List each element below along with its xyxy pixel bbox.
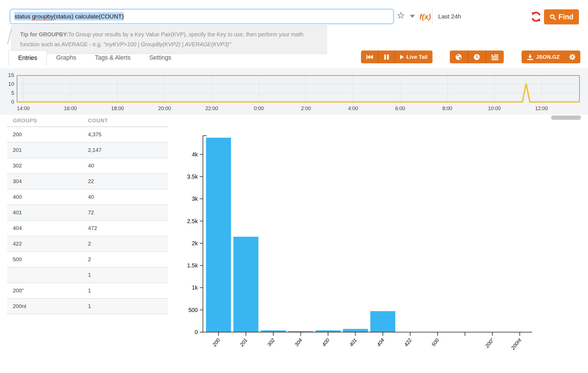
table-row[interactable]: 404472 xyxy=(7,221,168,236)
svg-text:302: 302 xyxy=(266,337,276,347)
timeline-y-tick-label: 15 xyxy=(0,72,14,78)
group-cell: 400 xyxy=(7,194,88,200)
rewind-icon xyxy=(366,54,373,60)
download-icon xyxy=(526,54,534,60)
timeline-x-tick-label: 12:00 xyxy=(529,106,554,112)
svg-text:500: 500 xyxy=(430,337,440,347)
svg-text:4k: 4k xyxy=(192,151,198,158)
table-row[interactable]: 2012,147 xyxy=(7,143,168,158)
count-cell: 2,147 xyxy=(88,147,168,153)
table-row[interactable]: 5002 xyxy=(7,252,168,267)
live-tail-button[interactable]: Live Tail xyxy=(395,51,432,63)
view-button-group xyxy=(450,51,504,63)
live-tail-label: Live Tail xyxy=(406,54,428,60)
group-cell: 422 xyxy=(7,241,88,247)
export-button-group: JSON.GZ xyxy=(522,51,580,63)
timeline-y-tick-label: 10 xyxy=(0,81,14,87)
find-button[interactable]: Find xyxy=(544,9,579,24)
tab-bar: Entries Graphs Tags & Alerts Settings xyxy=(9,50,181,65)
find-button-label: Find xyxy=(558,13,574,21)
globe-icon xyxy=(455,53,463,61)
column-header-count: COUNT xyxy=(88,118,168,124)
table-row[interactable]: 40040 xyxy=(7,189,168,205)
count-cell: 2 xyxy=(88,256,168,263)
download-json-button[interactable]: JSON.GZ xyxy=(522,51,564,63)
timeline-x-tick-label: 22:00 xyxy=(199,106,224,112)
clock-icon xyxy=(473,53,481,61)
group-cell: 200 xyxy=(7,131,88,138)
timeline-scrollbar-thumb[interactable] xyxy=(551,116,581,120)
table-row[interactable]: 30240 xyxy=(7,158,168,174)
tip-example: "myKVP>100 | GroupBy(KVP2) | AVERAGE(KVP… xyxy=(103,41,231,47)
query-misspelled-word: groupby xyxy=(32,13,54,20)
timeline-x-tick-label: 10:00 xyxy=(482,106,507,112)
svg-text:422: 422 xyxy=(403,337,413,347)
timeline-x-tick-label: 6:00 xyxy=(387,106,413,112)
query-input[interactable]: status groupby(status) calculate(COUNT) xyxy=(10,9,394,24)
table-row[interactable]: 30422 xyxy=(7,174,168,189)
count-cell: 4,375 xyxy=(88,131,168,138)
svg-text:3.5k: 3.5k xyxy=(187,173,198,180)
tab-tags-alerts[interactable]: Tags & Alerts xyxy=(85,50,140,65)
table-row[interactable]: 200nt1 xyxy=(7,299,168,314)
chevron-down-icon[interactable] xyxy=(410,15,415,18)
timeline-x-tick-label: 2:00 xyxy=(293,106,319,112)
event-timeline-chart[interactable]: 14:0016:0018:0020:0022:000:002:004:006:0… xyxy=(0,68,588,115)
svg-text:304: 304 xyxy=(293,337,303,347)
skip-to-start-button[interactable] xyxy=(361,51,378,63)
group-cell: 304 xyxy=(7,178,88,185)
svg-text:200": 200" xyxy=(484,337,495,349)
svg-text:2k: 2k xyxy=(192,240,198,246)
count-cell: 2 xyxy=(88,241,168,247)
tab-graphs[interactable]: Graphs xyxy=(47,50,86,65)
timeline-x-tick-label: 16:00 xyxy=(58,106,83,112)
table-row[interactable]: 1 xyxy=(7,267,168,283)
count-cell: 1 xyxy=(88,272,168,278)
count-cell: 1 xyxy=(88,288,168,294)
settings-gear-button[interactable] xyxy=(564,51,580,63)
favorite-star-icon[interactable]: ☆ xyxy=(397,11,405,20)
time-range-selector[interactable]: Last 24h xyxy=(438,13,461,20)
timeline-x-tick-label: 0:00 xyxy=(246,106,272,112)
log-list-view-button[interactable] xyxy=(486,51,504,63)
time-view-button[interactable] xyxy=(468,51,486,63)
svg-text:2.5k: 2.5k xyxy=(187,218,198,224)
topbar-divider xyxy=(432,8,432,24)
pause-button[interactable] xyxy=(379,51,394,63)
tab-entries[interactable]: Entries xyxy=(9,50,47,65)
column-header-groups: GROUPS xyxy=(7,118,88,124)
svg-text:1k: 1k xyxy=(192,284,198,291)
group-cell: 201 xyxy=(7,147,88,153)
group-cell: 500 xyxy=(7,256,88,263)
json-gz-label: JSON.GZ xyxy=(536,54,560,60)
globe-view-button[interactable] xyxy=(450,51,467,63)
status-count-bar-chart[interactable]: 05001k1.5k2k2.5k3k3.5k4k2002013023044004… xyxy=(179,122,576,367)
count-cell: 1 xyxy=(88,303,168,309)
timeline-x-tick-label: 18:00 xyxy=(105,106,130,112)
table-row[interactable]: 4222 xyxy=(7,236,168,252)
svg-text:3k: 3k xyxy=(192,196,198,202)
tab-settings[interactable]: Settings xyxy=(140,50,181,65)
svg-text:400: 400 xyxy=(321,337,331,347)
search-icon xyxy=(549,14,556,20)
table-body: 2004,3752012,147302403042240040401724044… xyxy=(7,127,168,314)
svg-text:200: 200 xyxy=(211,337,221,348)
indent-list-icon xyxy=(491,54,499,60)
svg-text:201: 201 xyxy=(239,337,249,348)
group-cell: 302 xyxy=(7,163,88,169)
table-row[interactable]: 200"1 xyxy=(7,283,168,299)
table-row[interactable]: 2004,375 xyxy=(7,127,168,143)
groupby-tip: Tip for GROUPBY:To Group your results by… xyxy=(11,26,327,54)
table-row[interactable]: 40172 xyxy=(7,205,168,221)
pause-icon xyxy=(383,54,390,60)
bar-chart-svg: 05001k1.5k2k2.5k3k3.5k4k2002013023044004… xyxy=(179,122,576,366)
function-fx-button[interactable]: f(x) xyxy=(419,12,431,21)
refresh-icon[interactable] xyxy=(531,11,541,22)
svg-text:500: 500 xyxy=(188,307,198,313)
query-selected-text: status groupby(status) calculate(COUNT) xyxy=(14,12,124,20)
timeline-x-tick-label: 20:00 xyxy=(152,106,177,112)
svg-text:404: 404 xyxy=(376,337,385,347)
query-text: status groupby(status) calculate(COUNT) xyxy=(14,13,124,20)
svg-text:401: 401 xyxy=(348,337,358,347)
tip-title: Tip for GROUPBY: xyxy=(20,31,68,37)
